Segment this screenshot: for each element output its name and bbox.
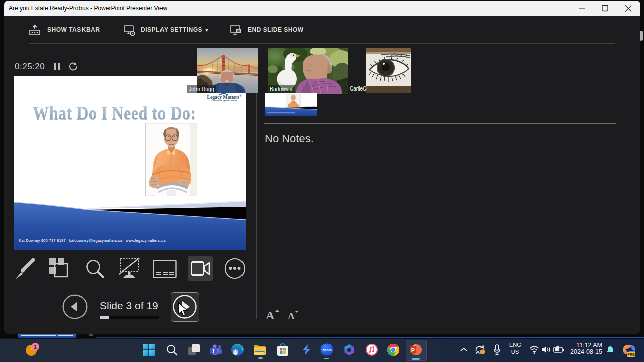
- svg-text:A: A: [288, 311, 295, 321]
- svg-text:1: 1: [34, 344, 37, 350]
- svg-text:PRE: PRE: [627, 353, 635, 356]
- svg-text:zoom: zoom: [322, 348, 331, 352]
- svg-text:P: P: [411, 347, 415, 353]
- svg-text:A: A: [266, 309, 275, 322]
- svg-text:T: T: [212, 348, 215, 354]
